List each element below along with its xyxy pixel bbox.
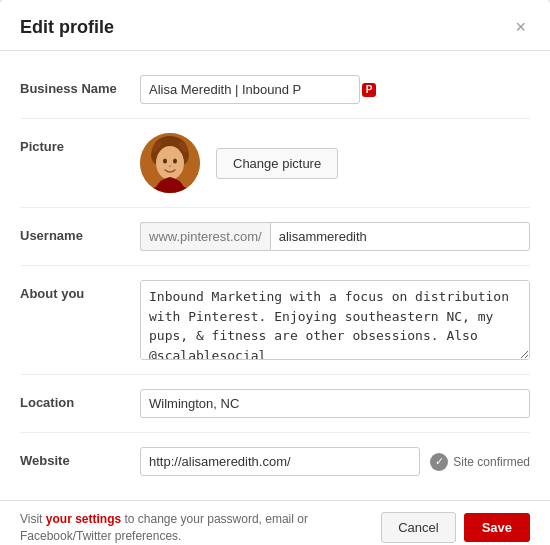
cancel-button[interactable]: Cancel — [381, 512, 455, 543]
username-row: Username www.pinterest.com/ — [20, 208, 530, 266]
footer-settings-link[interactable]: your settings — [46, 512, 121, 526]
about-you-textarea[interactable] — [140, 280, 530, 360]
business-name-control: P — [140, 75, 530, 104]
about-you-control — [140, 280, 530, 360]
edit-profile-modal: Edit profile × Business Name P Picture — [0, 0, 550, 545]
svg-point-4 — [156, 146, 184, 180]
save-button[interactable]: Save — [464, 513, 530, 542]
about-you-label: About you — [20, 280, 140, 301]
location-row: Location — [20, 375, 530, 433]
location-input[interactable] — [140, 389, 530, 418]
change-picture-button[interactable]: Change picture — [216, 148, 338, 179]
website-input[interactable] — [140, 447, 420, 476]
check-icon: ✓ — [430, 453, 448, 471]
avatar — [140, 133, 200, 193]
modal-title: Edit profile — [20, 17, 114, 38]
username-control: www.pinterest.com/ — [140, 222, 530, 251]
modal-body: Business Name P Picture — [0, 51, 550, 500]
avatar-image — [140, 133, 200, 193]
modal-footer: Visit your settings to change your passw… — [0, 500, 550, 545]
business-name-input-wrap: P — [140, 75, 376, 104]
picture-label: Picture — [20, 133, 140, 154]
website-label: Website — [20, 447, 140, 468]
picture-control: Change picture — [140, 133, 530, 193]
footer-note-prefix: Visit — [20, 512, 46, 526]
username-prefix: www.pinterest.com/ — [140, 222, 270, 251]
svg-point-6 — [173, 159, 177, 164]
business-name-input[interactable] — [140, 75, 360, 104]
footer-actions: Cancel Save — [381, 512, 530, 543]
pinterest-p-icon: P — [362, 83, 376, 97]
business-name-row: Business Name P — [20, 61, 530, 119]
location-label: Location — [20, 389, 140, 410]
username-input[interactable] — [270, 222, 530, 251]
svg-point-7 — [169, 165, 172, 167]
username-wrap: www.pinterest.com/ — [140, 222, 530, 251]
svg-point-5 — [163, 159, 167, 164]
website-control: ✓ Site confirmed — [140, 447, 530, 476]
business-name-label: Business Name — [20, 75, 140, 96]
site-confirmed-text: Site confirmed — [453, 455, 530, 469]
picture-wrap: Change picture — [140, 133, 338, 193]
about-you-row: About you — [20, 266, 530, 375]
picture-row: Picture — [20, 119, 530, 208]
website-wrap: ✓ Site confirmed — [140, 447, 530, 476]
site-confirmed: ✓ Site confirmed — [430, 453, 530, 471]
close-button[interactable]: × — [511, 16, 530, 38]
modal-header: Edit profile × — [0, 0, 550, 51]
website-row: Website ✓ Site confirmed — [20, 433, 530, 490]
location-control — [140, 389, 530, 418]
footer-note: Visit your settings to change your passw… — [20, 511, 340, 545]
username-label: Username — [20, 222, 140, 243]
